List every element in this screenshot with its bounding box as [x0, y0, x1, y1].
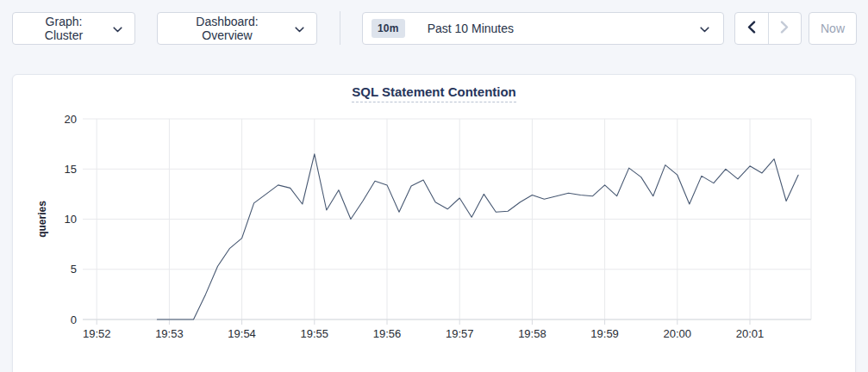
- x-tick-label: 20:01: [736, 327, 765, 340]
- dashboard-dropdown-label: Dashboard: Overview: [170, 15, 284, 42]
- time-range-badge: 10m: [372, 19, 405, 38]
- toolbar-divider: [340, 11, 340, 45]
- chevron-down-icon: [700, 27, 709, 33]
- now-button[interactable]: Now: [809, 12, 857, 45]
- dashboard-dropdown[interactable]: Dashboard: Overview: [157, 12, 317, 45]
- y-axis-label: queries: [36, 201, 48, 238]
- x-tick-label: 19:52: [83, 327, 111, 340]
- next-time-button[interactable]: [769, 13, 802, 44]
- time-range-label: Past 10 Minutes: [428, 22, 690, 35]
- x-tick-label: 19:54: [228, 327, 256, 340]
- graph-dropdown-label: Graph: Cluster: [25, 15, 103, 42]
- x-tick-label: 19:57: [446, 327, 474, 340]
- prev-time-button[interactable]: [735, 13, 769, 44]
- y-tick-label: 5: [71, 263, 77, 276]
- y-tick-label: 20: [65, 113, 77, 126]
- y-tick-label: 10: [65, 213, 77, 226]
- x-tick-label: 19:53: [155, 327, 184, 340]
- graph-dropdown[interactable]: Graph: Cluster: [12, 12, 135, 45]
- x-tick-label: 19:55: [301, 327, 329, 340]
- db-console-page: Graph: Cluster Dashboard: Overview 10m P…: [0, 0, 868, 372]
- chevron-left-icon: [747, 21, 756, 37]
- chevron-down-icon: [295, 27, 304, 33]
- x-tick-label: 20:00: [664, 327, 692, 340]
- y-tick-label: 0: [71, 313, 77, 326]
- sql-contention-line-chart[interactable]: 0510152019:5219:5319:5419:5519:5619:5719…: [13, 96, 857, 372]
- x-tick-label: 19:58: [518, 327, 546, 340]
- chart-card: SQL Statement Contention 0510152019:5219…: [12, 74, 856, 372]
- x-tick-label: 19:56: [373, 327, 402, 340]
- series-line-queries: [157, 154, 798, 319]
- chevron-down-icon: [113, 27, 122, 33]
- x-tick-label: 19:59: [590, 327, 619, 340]
- y-tick-label: 15: [65, 163, 77, 176]
- time-step-button-group: [734, 12, 802, 45]
- chevron-right-icon: [780, 21, 789, 37]
- time-range-selector[interactable]: 10m Past 10 Minutes: [362, 12, 724, 45]
